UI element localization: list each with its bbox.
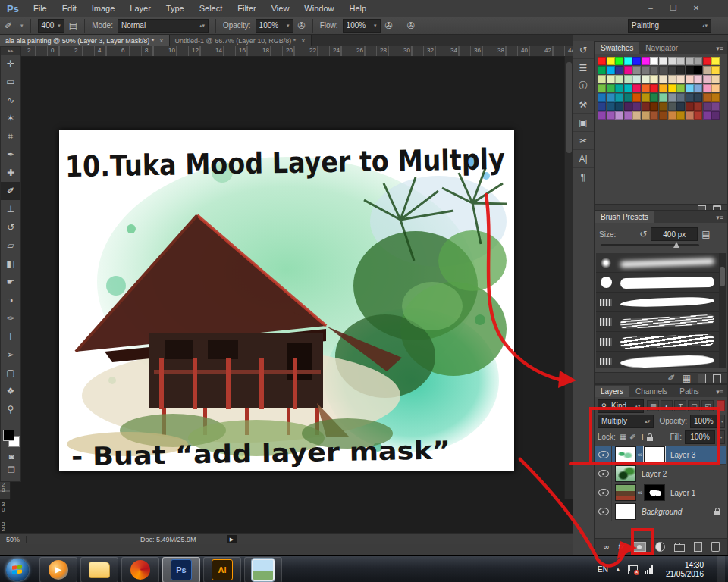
foreground-color-chip[interactable] — [3, 430, 14, 441]
flat-point-brush[interactable] — [596, 293, 719, 312]
screen-mode-icon[interactable]: ❐ — [1, 465, 22, 475]
lock-paint-icon[interactable]: ✐ — [629, 433, 635, 441]
type-filter-icon[interactable]: T — [674, 400, 686, 411]
color-swatch[interactable] — [668, 75, 676, 83]
color-swatch[interactable] — [632, 84, 641, 92]
layer-style-icon[interactable]: fx — [618, 543, 624, 551]
color-swatch[interactable] — [624, 84, 632, 92]
lasso-tool[interactable]: ∿ — [1, 91, 20, 109]
adjustment-layer-icon[interactable] — [655, 542, 665, 552]
rotate-view-tool[interactable]: ❖ — [1, 382, 20, 400]
layer-row-background[interactable]: Background — [595, 502, 726, 521]
color-swatch[interactable] — [642, 111, 650, 120]
color-swatch[interactable] — [624, 111, 632, 120]
history-panel-icon[interactable]: ↺ — [573, 41, 594, 59]
layer-thumbnail[interactable] — [615, 503, 636, 520]
tools-panel-grip[interactable]: ▸▸ — [1, 47, 20, 55]
color-swatch[interactable] — [607, 111, 615, 120]
layer-row-layer-1[interactable]: ∞Layer 1 — [595, 483, 726, 502]
delete-brush-icon[interactable] — [713, 374, 721, 383]
language-indicator[interactable]: EN — [598, 565, 608, 574]
workspace-select[interactable]: Painting ▴▾ — [628, 19, 711, 33]
color-swatch[interactable] — [632, 111, 641, 120]
color-swatch[interactable] — [624, 57, 632, 65]
healing-brush-tool[interactable]: ✚ — [1, 164, 20, 182]
preset-grid-icon[interactable]: ▦ — [682, 373, 691, 383]
eraser-tool[interactable]: ▱ — [1, 236, 20, 255]
color-swatch[interactable] — [676, 57, 685, 65]
color-swatch[interactable] — [711, 84, 720, 92]
color-swatch[interactable] — [607, 66, 615, 74]
shape-filter-icon[interactable]: ▢ — [688, 400, 700, 411]
brush-panel-icon[interactable]: ▤ — [701, 229, 710, 239]
menu-select[interactable]: Select — [192, 0, 231, 17]
color-swatch[interactable] — [668, 111, 676, 120]
layer-thumbnail[interactable] — [615, 484, 636, 501]
pen-tool[interactable]: ✑ — [1, 309, 20, 327]
color-swatch[interactable] — [615, 66, 623, 74]
layer-row-layer-2[interactable]: Layer 2 — [595, 465, 726, 483]
color-swatch[interactable] — [676, 93, 685, 102]
visibility-toggle[interactable] — [595, 465, 612, 483]
brush-list-scrollbar[interactable] — [719, 253, 726, 368]
close-icon[interactable]: × — [301, 37, 305, 45]
soft-round-brush[interactable] — [596, 253, 719, 273]
smart-object-filter-icon[interactable]: ◰ — [701, 400, 714, 411]
dodge-tool[interactable]: ◑ — [1, 291, 20, 309]
gradient-tool[interactable]: ◧ — [1, 255, 20, 273]
color-swatch[interactable] — [615, 111, 623, 120]
menu-help[interactable]: Help — [341, 0, 374, 17]
adjustment-filter-icon[interactable]: ◐ — [661, 400, 673, 411]
color-swatch[interactable] — [694, 102, 702, 111]
info-panel-icon[interactable]: ⓘ — [573, 77, 594, 95]
tab-layers[interactable]: Layers — [595, 386, 629, 397]
mode-select[interactable]: Normal ▴▾ — [118, 19, 209, 33]
flat-blunt-bristle-brush[interactable] — [596, 312, 719, 332]
color-swatch[interactable] — [711, 57, 720, 65]
slider-knob[interactable] — [673, 242, 679, 248]
color-swatch[interactable] — [624, 75, 632, 83]
color-swatch[interactable] — [694, 57, 702, 65]
color-swatch[interactable] — [676, 75, 685, 83]
color-swatch[interactable] — [650, 111, 658, 120]
tool-preset-dropdown-icon[interactable]: ▾ — [20, 23, 24, 29]
color-swatch[interactable] — [632, 102, 641, 111]
color-swatch[interactable] — [615, 102, 623, 111]
tablet-size-icon[interactable]: ✇ — [407, 20, 415, 31]
zoom-level-field[interactable]: 50% — [0, 536, 27, 543]
taskbar-illustrator[interactable]: Ai — [203, 557, 241, 582]
color-swatch[interactable] — [607, 84, 615, 92]
add-layer-mask-icon[interactable] — [633, 542, 646, 552]
chevron-down-icon[interactable]: ▾ — [717, 430, 725, 444]
color-swatch[interactable] — [676, 84, 685, 92]
panel-menu-icon[interactable]: ▾≡ — [712, 212, 727, 223]
color-swatch[interactable] — [686, 102, 694, 111]
tab-paths[interactable]: Paths — [673, 386, 705, 397]
menu-view[interactable]: View — [264, 0, 297, 17]
layer-fill-field[interactable]: 100% — [685, 430, 715, 444]
taskbar-photo-viewer[interactable] — [244, 557, 282, 582]
color-swatch[interactable] — [686, 93, 694, 102]
menu-window[interactable]: Window — [297, 0, 341, 17]
color-swatch[interactable] — [650, 66, 658, 74]
color-swatch[interactable] — [615, 75, 623, 83]
taskbar-firefox[interactable] — [121, 557, 159, 582]
tab-channels[interactable]: Channels — [629, 386, 673, 397]
taskbar-photoshop[interactable]: Ps — [162, 557, 200, 582]
taskbar-explorer[interactable] — [80, 557, 118, 582]
color-swatch[interactable] — [659, 75, 667, 83]
minimize-button[interactable]: – — [645, 4, 657, 13]
document-tab-2[interactable]: Untitled-1 @ 66.7% (Layer 10, RGB/8) * × — [170, 35, 312, 46]
color-swatch[interactable] — [642, 93, 650, 102]
color-swatch[interactable] — [668, 66, 676, 74]
color-swatch[interactable] — [650, 84, 658, 92]
color-swatch[interactable] — [711, 66, 720, 74]
new-layer-icon[interactable] — [694, 542, 702, 552]
layer-mask-thumbnail[interactable] — [644, 484, 665, 501]
color-swatch[interactable] — [694, 111, 702, 120]
color-swatch[interactable] — [659, 93, 667, 102]
color-swatch[interactable] — [668, 84, 676, 92]
layer-thumbnail[interactable] — [615, 446, 636, 463]
eyedropper-tool[interactable]: ✒ — [1, 146, 20, 164]
link-layers-icon[interactable]: ∞ — [604, 543, 609, 551]
